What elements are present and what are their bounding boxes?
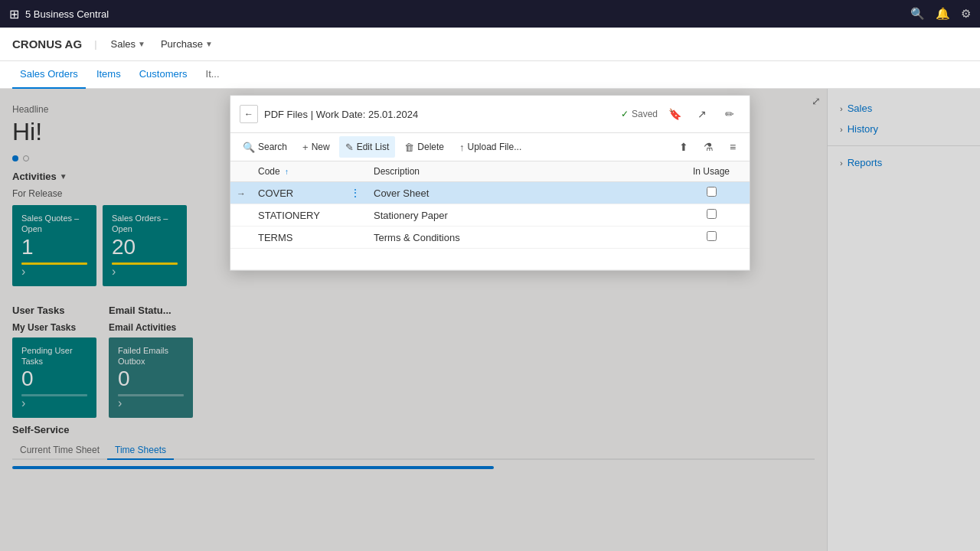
in-usage-checkbox-1[interactable] bbox=[707, 209, 717, 219]
modal-saved-status: ✓ Saved bbox=[621, 109, 658, 119]
modal-header: ← PDF Files | Work Date: 25.01.2024 ✓ Sa… bbox=[230, 96, 750, 133]
table-body: → COVER ⋮ Cover Sheet STATIONERY Station… bbox=[230, 182, 750, 270]
upload-button[interactable]: ↑ Upload File... bbox=[453, 136, 528, 158]
table-row[interactable]: TERMS Terms & Conditions bbox=[230, 227, 750, 249]
subnav-items[interactable]: Items bbox=[89, 61, 129, 89]
sort-asc-icon: ↑ bbox=[285, 168, 289, 176]
in-usage-checkbox-2[interactable] bbox=[707, 231, 717, 241]
settings-icon[interactable]: ⚙ bbox=[961, 7, 971, 21]
nav-bar: CRONUS AG | Sales ▼ Purchase ▼ bbox=[0, 28, 980, 61]
col-description: Description bbox=[368, 161, 673, 182]
modal-panel: ← PDF Files | Work Date: 25.01.2024 ✓ Sa… bbox=[230, 95, 750, 271]
app-title: 5 Business Central bbox=[25, 8, 109, 20]
row-context-menu-icon[interactable]: ⋮ bbox=[350, 187, 361, 199]
modal-back-button[interactable]: ← bbox=[240, 105, 258, 123]
search-button[interactable]: 🔍 Search bbox=[237, 136, 293, 158]
modal-table-container: Code ↑ Description In Usage bbox=[230, 161, 750, 270]
sub-nav: Sales Orders Items Customers It... bbox=[0, 61, 980, 89]
subnav-more[interactable]: It... bbox=[198, 61, 227, 89]
table-header: Code ↑ Description In Usage bbox=[230, 161, 750, 182]
table-row-empty bbox=[230, 249, 750, 270]
checkmark-icon: ✓ bbox=[621, 109, 629, 119]
modal-toolbar: 🔍 Search + New ✎ Edit List 🗑 Delete ↑ bbox=[230, 133, 750, 161]
toolbar-filter-button[interactable]: ⚗ bbox=[697, 136, 719, 158]
col-dots bbox=[344, 161, 368, 182]
subnav-sales-orders[interactable]: Sales Orders bbox=[12, 61, 86, 89]
table-row[interactable]: STATIONERY Stationery Paper bbox=[230, 204, 750, 227]
cell-description: Cover Sheet bbox=[368, 182, 673, 204]
modal-title: PDF Files | Work Date: 25.01.2024 bbox=[264, 109, 615, 120]
modal-share-button[interactable]: ↗ bbox=[691, 103, 713, 125]
col-code[interactable]: Code ↑ bbox=[252, 161, 344, 182]
nav-divider: | bbox=[94, 38, 96, 50]
row-arrow-icon: → bbox=[237, 188, 246, 199]
edit-icon: ✎ bbox=[345, 142, 354, 153]
col-in-usage: In Usage bbox=[673, 161, 750, 182]
new-button[interactable]: + New bbox=[296, 136, 336, 158]
cell-code: STATIONERY bbox=[252, 204, 344, 227]
app-icon: ⊞ bbox=[9, 7, 19, 21]
search-icon: 🔍 bbox=[243, 142, 255, 153]
pdf-files-table: Code ↑ Description In Usage bbox=[230, 161, 750, 270]
cell-description: Stationery Paper bbox=[368, 204, 673, 227]
cell-description: Terms & Conditions bbox=[368, 227, 673, 249]
plus-icon: + bbox=[302, 142, 309, 153]
cell-code: TERMS bbox=[252, 227, 344, 249]
table-row[interactable]: → COVER ⋮ Cover Sheet bbox=[230, 182, 750, 204]
delete-button[interactable]: 🗑 Delete bbox=[398, 136, 450, 158]
subnav-customers[interactable]: Customers bbox=[132, 61, 195, 89]
upload-icon: ↑ bbox=[459, 142, 465, 153]
modal-header-actions: ✓ Saved 🔖 ↗ ✏ bbox=[621, 103, 740, 125]
modal-bookmark-button[interactable]: 🔖 bbox=[664, 103, 685, 125]
main-layout: ⤢ Headline Hi! Activities ▼ For Release … bbox=[0, 89, 980, 551]
nav-menu-sales[interactable]: Sales ▼ bbox=[103, 28, 153, 61]
cell-code: COVER bbox=[252, 182, 344, 204]
edit-list-button[interactable]: ✎ Edit List bbox=[339, 136, 396, 158]
toolbar-share-button[interactable]: ⬆ bbox=[673, 136, 694, 158]
nav-menu-purchase[interactable]: Purchase ▼ bbox=[153, 28, 220, 61]
col-arrow bbox=[230, 161, 252, 182]
toolbar-list-button[interactable]: ≡ bbox=[722, 136, 743, 158]
top-bar: ⊞ 5 Business Central 🔍 🔔 ⚙ bbox=[0, 0, 980, 28]
in-usage-checkbox-0[interactable] bbox=[707, 187, 717, 197]
company-name: CRONUS AG bbox=[12, 37, 82, 51]
toolbar-right-actions: ⬆ ⚗ ≡ bbox=[673, 136, 743, 158]
modal-overlay: ← PDF Files | Work Date: 25.01.2024 ✓ Sa… bbox=[0, 89, 980, 551]
notification-icon[interactable]: 🔔 bbox=[936, 7, 950, 21]
modal-edit-button[interactable]: ✏ bbox=[719, 103, 740, 125]
search-icon[interactable]: 🔍 bbox=[910, 7, 925, 21]
trash-icon: 🗑 bbox=[404, 142, 414, 153]
